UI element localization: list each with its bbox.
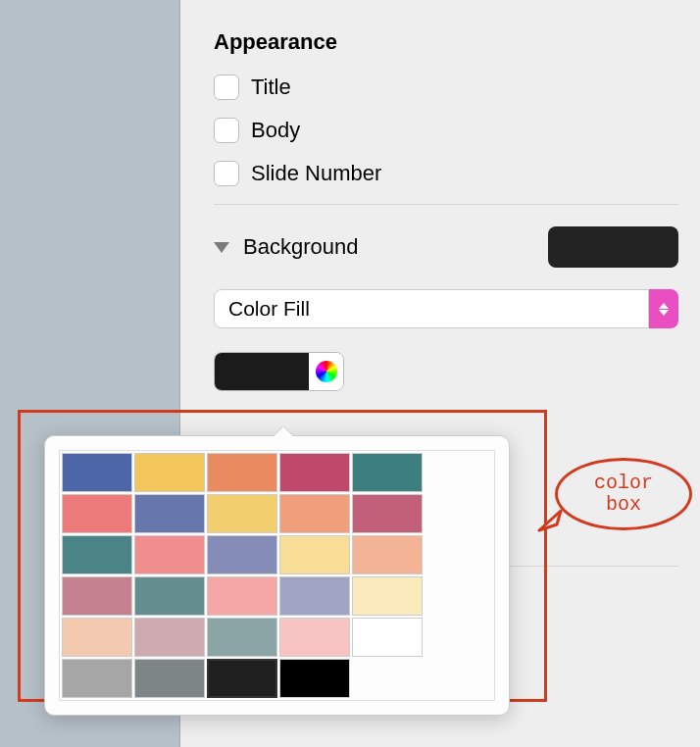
format-panel: Appearance Title Body Slide Number Backg… <box>180 0 700 414</box>
color-swatch[interactable] <box>279 535 350 574</box>
color-swatch[interactable] <box>207 576 277 616</box>
color-swatch[interactable] <box>207 659 277 698</box>
background-row[interactable]: Background <box>214 226 678 268</box>
checkbox-body[interactable] <box>214 118 239 143</box>
appearance-option-body[interactable]: Body <box>214 118 678 143</box>
appearance-heading: Appearance <box>214 29 678 55</box>
color-picker-popover <box>44 435 510 716</box>
color-swatch[interactable] <box>279 494 350 533</box>
color-swatch[interactable] <box>352 576 423 616</box>
color-swatch[interactable] <box>62 535 132 574</box>
color-swatch[interactable] <box>352 494 423 533</box>
color-swatch[interactable] <box>279 453 350 492</box>
color-swatch[interactable] <box>279 618 350 657</box>
checkbox-label: Slide Number <box>251 161 381 186</box>
color-swatch[interactable] <box>62 576 132 616</box>
annotation-text-1: color <box>594 472 653 494</box>
checkbox-slide-number[interactable] <box>214 161 239 186</box>
checkbox-label: Title <box>251 75 291 100</box>
color-swatch[interactable] <box>279 659 350 698</box>
color-swatch[interactable] <box>134 494 205 533</box>
divider <box>214 204 678 205</box>
annotation-text-2: box <box>606 493 641 516</box>
color-swatch[interactable] <box>352 618 423 657</box>
color-wheel-button[interactable] <box>309 353 343 390</box>
chevron-down-icon <box>659 310 669 316</box>
color-swatch[interactable] <box>207 535 277 574</box>
callout-tail-icon <box>537 505 567 534</box>
color-swatch[interactable] <box>62 494 132 533</box>
color-swatch[interactable] <box>134 576 205 616</box>
chevron-up-icon <box>659 303 669 309</box>
color-well[interactable] <box>214 352 344 391</box>
color-swatch[interactable] <box>62 453 132 492</box>
checkbox-title[interactable] <box>214 75 239 100</box>
fill-type-value[interactable]: Color Fill <box>214 289 649 328</box>
color-swatch[interactable] <box>207 494 277 533</box>
color-swatch[interactable] <box>134 535 205 574</box>
color-swatch[interactable] <box>352 535 423 574</box>
disclosure-triangle-icon[interactable] <box>214 242 229 253</box>
appearance-option-title[interactable]: Title <box>214 75 678 100</box>
color-swatch[interactable] <box>207 618 277 657</box>
color-wheel-icon <box>316 361 337 382</box>
color-swatch[interactable] <box>134 618 205 657</box>
color-swatch[interactable] <box>134 659 205 698</box>
appearance-option-slide-number[interactable]: Slide Number <box>214 161 678 186</box>
color-swatch-grid <box>59 450 495 701</box>
color-swatch[interactable] <box>62 659 132 698</box>
color-swatch[interactable] <box>134 453 205 492</box>
current-color-swatch[interactable] <box>215 353 309 390</box>
popover-arrow-icon <box>274 426 293 436</box>
fill-type-select[interactable]: Color Fill <box>214 289 678 328</box>
color-swatch[interactable] <box>207 453 277 492</box>
annotation-callout: color box <box>555 458 692 530</box>
annotation-bubble: color box <box>555 458 692 530</box>
color-swatch[interactable] <box>279 576 350 616</box>
stepper-arrows-icon[interactable] <box>649 289 678 328</box>
color-swatch[interactable] <box>352 453 423 492</box>
checkbox-label: Body <box>251 118 300 143</box>
background-preview-swatch <box>548 226 678 268</box>
background-label: Background <box>243 234 534 260</box>
color-swatch[interactable] <box>62 618 132 657</box>
